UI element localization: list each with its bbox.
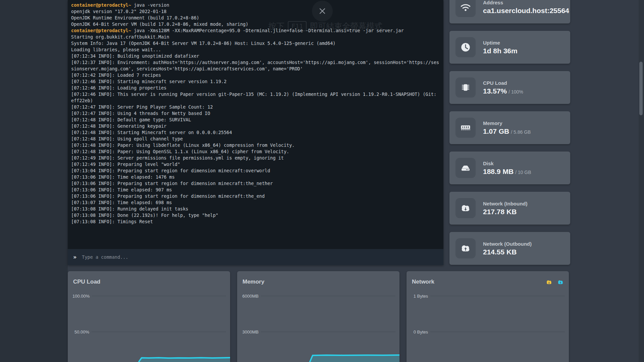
- console-line: [07:12:34 INFO]: Building unoptimized da…: [71, 53, 440, 59]
- console-line: [07:12:46 INFO]: This server is running …: [71, 91, 440, 104]
- console-line: [07:12:47 INFO]: Server Ping Player Samp…: [71, 104, 440, 110]
- stat-icon-tile: [455, 0, 476, 17]
- console-line: Starting org.bukkit.craftbukkit.Main: [71, 34, 440, 40]
- stat-value: 214.55 KB: [483, 248, 517, 256]
- console-line: OpenJDK Runtime Environment (build 17.0.…: [71, 15, 440, 21]
- stat-icon-tile: [455, 238, 476, 258]
- stat-icon-tile: [455, 118, 476, 138]
- console-line: [07:12:48 INFO]: Default game type: SURV…: [71, 117, 440, 123]
- command-bar: »: [68, 249, 443, 265]
- command-input[interactable]: [81, 254, 438, 260]
- memory-icon: [460, 122, 472, 134]
- stat-label: CPU Load: [483, 80, 523, 86]
- console-prompt: container@pterodactyl~: [71, 28, 131, 33]
- console-line: [07:12:46 INFO]: Starting minecraft serv…: [71, 78, 440, 85]
- chart-network: Network1 Bytes0 Bytes: [407, 271, 569, 362]
- stat-label: Memory: [483, 120, 531, 126]
- close-icon: [318, 7, 326, 15]
- stat-label: Network (Outbound): [483, 241, 532, 247]
- chart-cpu: CPU Load100.00%50.00%: [68, 271, 230, 362]
- console-line: [07:12:48 INFO]: Paper: Using libdeflate…: [71, 142, 440, 148]
- stat-card-address: Addressca1.usercloud.host:25564: [449, 0, 570, 23]
- stat-info: Disk188.9 MB/ 10 GB: [483, 161, 531, 176]
- console-line: OpenJDK 64-Bit Server VM (build 17.0.2+8…: [71, 21, 440, 27]
- close-button[interactable]: [312, 1, 333, 21]
- console-line: [07:13:07 INFO]: Time elapsed: 698 ms: [71, 199, 440, 206]
- stat-card-net-out: Network (Outbound)214.55 KB: [449, 232, 570, 265]
- stat-value: 217.78 KB: [483, 208, 517, 216]
- console-line: System Info: Java 17 (OpenJDK 64-Bit Ser…: [71, 40, 440, 47]
- page-scrollbar-track[interactable]: [639, 0, 644, 362]
- console-line: [07:12:47 INFO]: Using 4 threads for Net…: [71, 110, 440, 117]
- console-line: [07:13:06 INFO]: Preparing start region …: [71, 193, 440, 199]
- console-line: [07:13:06 INFO]: Preparing start region …: [71, 180, 440, 187]
- wifi-icon: [460, 1, 472, 13]
- page-scrollbar-thumb[interactable]: [639, 62, 643, 115]
- stat-card-uptime: Uptime1d 8h 36m: [449, 31, 570, 64]
- stat-suffix: / 100%: [508, 89, 523, 95]
- stat-value: 13.57%: [483, 87, 507, 95]
- console-line: [07:12:48 INFO]: Generating keypair: [71, 123, 440, 129]
- command-chevron-icon: »: [73, 254, 76, 260]
- clock-icon: [460, 41, 472, 53]
- server-stats-column: Addressca1.usercloud.host:25564Uptime1d …: [449, 0, 570, 265]
- stat-info: Network (Inbound)217.78 KB: [483, 201, 527, 216]
- chart-plot: [237, 271, 399, 362]
- console-line: [07:12:48 INFO]: Paper: Using OpenSSL 1.…: [71, 148, 440, 155]
- console-line: container@pterodactyl~ java -Xms128M -XX…: [71, 27, 440, 34]
- console-line: Loading libraries, please wait...: [71, 47, 440, 53]
- disk-icon: [460, 162, 472, 174]
- console-line: [07:13:06 INFO]: Time elapsed: 1476 ms: [71, 174, 440, 180]
- console-line: [07:13:06 INFO]: Time elapsed: 907 ms: [71, 187, 440, 193]
- stat-value: ca1.usercloud.host:25564: [483, 7, 569, 14]
- stat-suffix: / 10 GB: [515, 170, 531, 175]
- chart-plot: [407, 271, 569, 362]
- stat-info: CPU Load13.57%/ 100%: [483, 80, 523, 95]
- console-line: [07:12:49 INFO]: Server permissions file…: [71, 155, 440, 161]
- console-line: [07:13:04 INFO]: Preparing start region …: [71, 168, 440, 174]
- console-line: [07:12:48 INFO]: Starting Minecraft serv…: [71, 129, 440, 136]
- stat-icon-tile: [455, 37, 476, 57]
- stat-icon-tile: [455, 77, 476, 98]
- server-console: container@pterodactyl~ java -versionopen…: [68, 0, 443, 265]
- page-left-gutter: [0, 0, 68, 362]
- console-line: [07:13:08 INFO]: Running delayed init ta…: [71, 206, 440, 212]
- stat-label: Address: [483, 0, 564, 6]
- stat-card-net-in: Network (Inbound)217.78 KB: [449, 192, 570, 225]
- charts-row: CPU Load100.00%50.00%Memory6000MB3000MBN…: [68, 271, 569, 362]
- stat-info: Uptime1d 8h 36m: [483, 40, 518, 55]
- stat-info: Memory1.07 GB/ 5.86 GB: [483, 120, 531, 135]
- cloud-download-icon: [460, 202, 472, 214]
- console-prompt: container@pterodactyl~: [71, 2, 131, 8]
- console-line: [07:12:42 INFO]: Loaded 7 recipes: [71, 72, 440, 78]
- stat-value: 1.07 GB: [483, 127, 509, 135]
- chart-plot: [68, 271, 230, 362]
- stat-value: 1d 8h 36m: [483, 47, 518, 55]
- stat-suffix: / 5.86 GB: [511, 129, 531, 135]
- stat-card-disk: Disk188.9 MB/ 10 GB: [449, 152, 570, 184]
- stat-info: Network (Outbound)214.55 KB: [483, 241, 532, 256]
- console-line: container@pterodactyl~ java -version: [71, 2, 440, 8]
- chart-memory: Memory6000MB3000MB: [237, 271, 399, 362]
- console-line: openjdk version "17.0.2" 2022-01-18: [71, 8, 440, 15]
- chip-icon: [460, 81, 472, 94]
- cloud-upload-icon: [460, 242, 472, 254]
- console-output[interactable]: container@pterodactyl~ java -versionopen…: [68, 0, 443, 249]
- console-line: [07:13:08 INFO]: Done (22.192s)! For hel…: [71, 212, 440, 219]
- stat-icon-tile: [455, 158, 476, 178]
- stat-value: 188.9 MB: [483, 168, 514, 175]
- console-line: [07:12:46 INFO]: Loading properties: [71, 85, 440, 91]
- stat-info: Addressca1.usercloud.host:25564: [483, 0, 564, 15]
- stat-card-cpu: CPU Load13.57%/ 100%: [449, 71, 570, 104]
- stat-label: Network (Inbound): [483, 201, 527, 207]
- stat-label: Disk: [483, 161, 531, 167]
- stat-label: Uptime: [483, 40, 518, 46]
- console-line: [07:12:49 INFO]: Preparing level "world": [71, 161, 440, 168]
- console-line: [07:13:08 INFO]: Timings Reset: [71, 219, 440, 225]
- stat-icon-tile: [455, 198, 476, 218]
- console-line: [07:12:37 INFO]: Environment: authHost='…: [71, 59, 440, 72]
- stat-card-memory: Memory1.07 GB/ 5.86 GB: [449, 111, 570, 144]
- console-line: [07:12:48 INFO]: Using epoll channel typ…: [71, 136, 440, 142]
